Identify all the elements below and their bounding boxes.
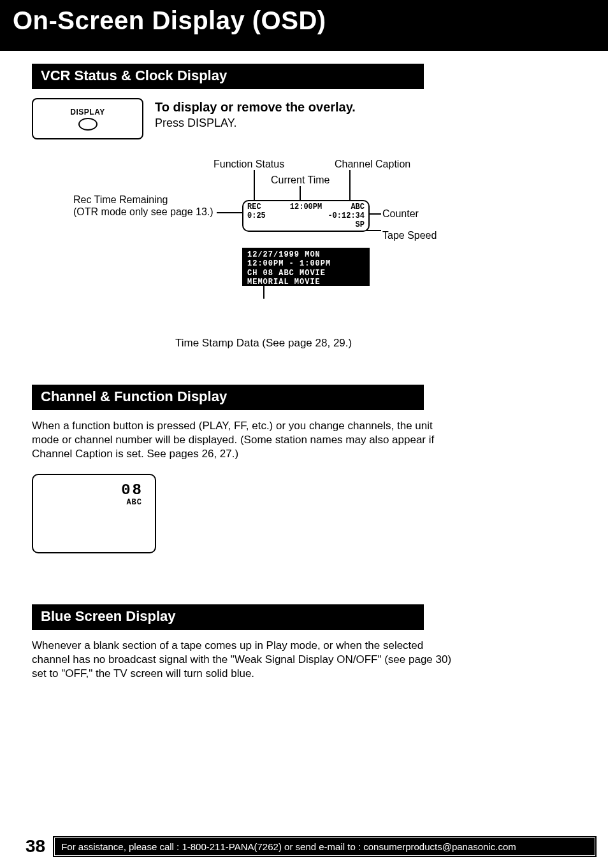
osd-timestamp-overlay: 12/27/1999 MON 12:00PM - 1:00PM CH 08 AB… bbox=[242, 248, 370, 286]
stamp-line1: 12/27/1999 MON bbox=[247, 250, 365, 259]
stamp-line2: 12:00PM - 1:00PM bbox=[247, 259, 365, 268]
remote-button-label: DISPLAY bbox=[70, 108, 105, 117]
osd-counter: -0:12:34 bbox=[328, 212, 365, 221]
stamp-line3: CH 08 ABC MOVIE bbox=[247, 269, 365, 278]
instruction-bold: To display or remove the overlay. bbox=[155, 99, 356, 115]
section-heading-blue-screen: Blue Screen Display bbox=[32, 604, 424, 630]
label-tape-speed: Tape Speed bbox=[382, 230, 437, 241]
instruction-row: DISPLAY To display or remove the overlay… bbox=[32, 98, 583, 139]
osd-rec-time: 0:25 bbox=[247, 212, 266, 221]
osd-main-overlay: REC 12:00PM ABC 0:25 -0:12:34 SP bbox=[242, 200, 370, 232]
channel-function-paragraph: When a function button is pressed (PLAY,… bbox=[32, 419, 452, 461]
stamp-line4: MEMORIAL MOVIE bbox=[247, 278, 365, 287]
label-function-status: Function Status bbox=[214, 159, 284, 170]
label-current-time: Current Time bbox=[271, 174, 329, 186]
instruction-plain: Press DISPLAY. bbox=[155, 117, 356, 130]
label-rec-time-2: (OTR mode only see page 13.) bbox=[73, 206, 214, 218]
channel-number: 08 bbox=[121, 481, 143, 499]
page-number: 38 bbox=[25, 836, 45, 857]
label-channel-caption: Channel Caption bbox=[335, 159, 410, 170]
channel-caption: ABC bbox=[126, 498, 142, 507]
osd-speed: SP bbox=[356, 221, 365, 230]
channel-display-screen: 08 ABC bbox=[32, 474, 156, 553]
oval-button-icon bbox=[78, 118, 98, 131]
osd-caption: ABC bbox=[351, 203, 365, 212]
osd-clock: 12:00PM bbox=[290, 203, 322, 212]
page-footer: 38 For assistance, please call : 1-800-2… bbox=[0, 836, 608, 857]
osd-diagram: Function Status Current Time Channel Cap… bbox=[51, 159, 497, 331]
remote-display-button: DISPLAY bbox=[32, 98, 143, 139]
osd-rec: REC bbox=[247, 203, 261, 212]
timestamp-caption: Time Stamp Data (See page 28, 29.) bbox=[175, 337, 583, 350]
instruction-text: To display or remove the overlay. Press … bbox=[155, 98, 356, 139]
blue-screen-paragraph: Whenever a blank section of a tape comes… bbox=[32, 639, 452, 681]
page-title: On-Screen Display (OSD) bbox=[0, 0, 608, 51]
label-rec-time-1: Rec Time Remaining bbox=[73, 194, 168, 206]
section-heading-channel-function: Channel & Function Display bbox=[32, 385, 424, 410]
label-counter: Counter bbox=[382, 208, 419, 220]
page-content: VCR Status & Clock Display DISPLAY To di… bbox=[0, 51, 608, 681]
section-heading-vcr-status: VCR Status & Clock Display bbox=[32, 64, 424, 89]
footer-assistance-bar: For assistance, please call : 1-800-211-… bbox=[54, 837, 595, 856]
